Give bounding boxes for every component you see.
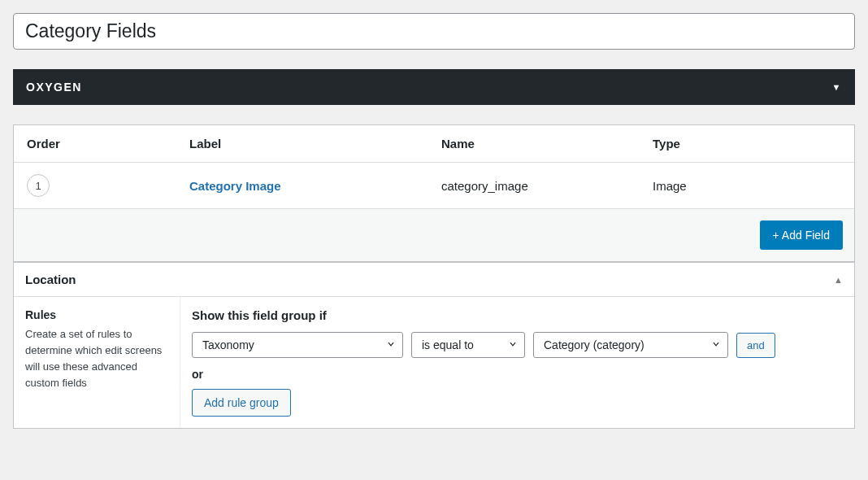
location-header[interactable]: Location ▲ (14, 263, 854, 297)
rules-main: Show this field group if Taxonomy is equ… (180, 297, 854, 428)
oxygen-label: OXYGEN (26, 81, 82, 94)
rule-operator-value: is equal to (422, 338, 474, 351)
rules-sidebar: Rules Create a set of rules to determine… (14, 297, 180, 428)
field-label-link[interactable]: Category Image (189, 179, 281, 193)
fields-table: Order Label Name Type 1 Category Image c… (13, 124, 855, 262)
fields-footer: + Add Field (14, 208, 854, 261)
triangle-up-icon: ▲ (834, 275, 843, 285)
add-field-button[interactable]: + Add Field (760, 220, 843, 250)
chevron-down-icon (711, 338, 721, 351)
or-label: or (192, 368, 843, 381)
cell-label: Category Image (189, 179, 441, 193)
col-header-label: Label (189, 137, 441, 151)
table-row[interactable]: 1 Category Image category_image Image (14, 163, 854, 208)
rule-param-value: Taxonomy (202, 338, 254, 351)
location-panel: Location ▲ Rules Create a set of rules t… (13, 262, 855, 429)
fields-table-header: Order Label Name Type (14, 125, 854, 163)
caret-down-icon: ▼ (832, 82, 842, 92)
rules-description: Create a set of rules to determine which… (25, 326, 168, 392)
rules-heading: Rules (25, 308, 168, 321)
chevron-down-icon (508, 338, 518, 351)
location-body: Rules Create a set of rules to determine… (14, 297, 854, 428)
title-input[interactable] (13, 13, 855, 50)
and-button[interactable]: and (736, 333, 775, 358)
rule-param-select[interactable]: Taxonomy (192, 332, 403, 358)
order-badge[interactable]: 1 (27, 174, 50, 197)
oxygen-header[interactable]: OXYGEN ▼ (13, 69, 855, 105)
cell-order: 1 (27, 174, 189, 197)
chevron-down-icon (386, 338, 396, 351)
col-header-order: Order (27, 137, 189, 151)
rule-value-text: Category (category) (544, 338, 644, 351)
oxygen-panel: OXYGEN ▼ (13, 69, 855, 105)
location-title: Location (25, 273, 76, 286)
rule-operator-select[interactable]: is equal to (411, 332, 525, 358)
cell-name: category_image (441, 179, 653, 193)
add-rule-group-button[interactable]: Add rule group (192, 389, 291, 417)
rule-row: Taxonomy is equal to Category (category) (192, 332, 843, 358)
rule-value-select[interactable]: Category (category) (533, 332, 728, 358)
col-header-name: Name (441, 137, 653, 151)
col-header-type: Type (653, 137, 841, 151)
show-if-label: Show this field group if (192, 308, 843, 322)
cell-type: Image (653, 179, 841, 193)
